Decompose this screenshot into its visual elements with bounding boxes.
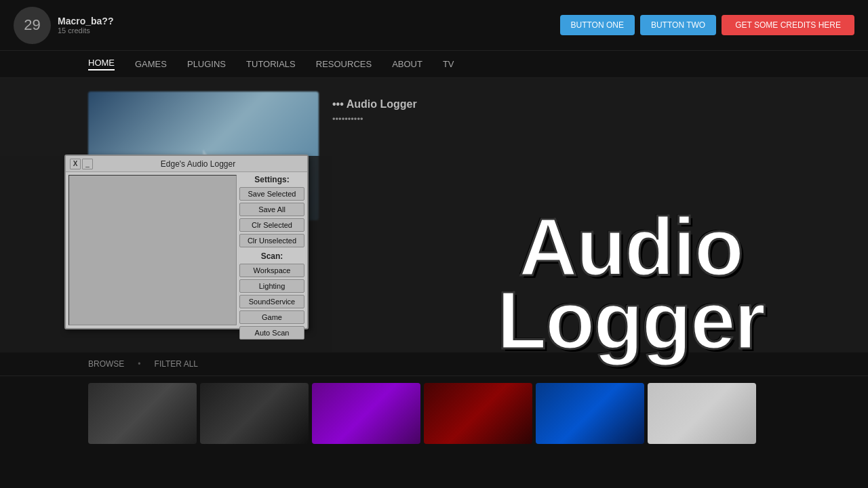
- thumbnails-row: [0, 376, 868, 451]
- dialog-list-area: [68, 175, 237, 325]
- dialog-title: Edge's Audio Logger: [93, 159, 303, 169]
- user-sub: 15 credits: [58, 26, 113, 35]
- thumbnail-1[interactable]: [88, 383, 197, 444]
- nav-item-plugins[interactable]: PLUGINS: [187, 59, 226, 69]
- nav-item-tv[interactable]: TV: [443, 59, 454, 69]
- top-nav-bar: 29 Macro_ba?? 15 credits BUTTON ONE BUTT…: [0, 0, 868, 51]
- thumbnail-5[interactable]: [536, 383, 644, 444]
- lighting-button[interactable]: Lighting: [239, 279, 304, 293]
- dialog-body: Settings: Save Selected Save All Clr Sel…: [66, 172, 307, 328]
- dialog-close-button[interactable]: X: [70, 159, 81, 169]
- dialog-minimize-button[interactable]: _: [82, 159, 93, 169]
- logo-area: 29 Macro_ba?? 15 credits: [14, 7, 113, 44]
- workspace-button[interactable]: Workspace: [239, 264, 304, 277]
- dialog-sidebar: Settings: Save Selected Save All Clr Sel…: [239, 172, 307, 328]
- thumbnail-4[interactable]: [424, 383, 532, 444]
- save-selected-button[interactable]: Save Selected: [239, 187, 304, 201]
- scan-label: Scan:: [239, 251, 304, 261]
- auto-scan-button[interactable]: Auto Scan: [239, 326, 304, 340]
- content-info: ••• Audio Logger ••••••••••: [332, 92, 417, 220]
- nav-item-games[interactable]: GAMES: [135, 59, 167, 69]
- bottom-nav: BROWSE • FILTER ALL: [0, 352, 868, 376]
- header-btn-2[interactable]: BUTTON TWO: [640, 15, 716, 35]
- nav-item-home[interactable]: HOME: [88, 58, 115, 70]
- header-buttons: BUTTON ONE BUTTON TWO GET SOME CREDITS H…: [560, 15, 855, 35]
- logo-avatar: 29: [14, 7, 51, 44]
- content-subtitle: ••••••••••: [332, 114, 417, 124]
- nav-item-resources[interactable]: RESOURCES: [316, 59, 372, 69]
- user-name: Macro_ba??: [58, 16, 113, 26]
- bottom-area: BROWSE • FILTER ALL: [0, 352, 868, 488]
- thumbnail-6[interactable]: [648, 383, 756, 444]
- settings-label: Settings:: [239, 175, 304, 184]
- browse-label: BROWSE: [88, 359, 124, 369]
- clr-unselected-button[interactable]: Clr Unselected: [239, 234, 304, 247]
- clr-selected-button[interactable]: Clr Selected: [239, 218, 304, 232]
- sound-service-button[interactable]: SoundService: [239, 295, 304, 308]
- filter-label: FILTER ALL: [155, 359, 198, 369]
- secondary-nav: HOME GAMES PLUGINS TUTORIALS RESOURCES A…: [0, 51, 868, 78]
- dialog-titlebar: X _ Edge's Audio Logger: [66, 156, 307, 172]
- logo-icon: 29: [24, 16, 40, 34]
- thumbnail-2[interactable]: [200, 383, 309, 444]
- header-btn-1[interactable]: BUTTON ONE: [560, 15, 635, 35]
- nav-item-about[interactable]: ABOUT: [392, 59, 422, 69]
- dialog-window: X _ Edge's Audio Logger Settings: Save S…: [64, 155, 309, 329]
- game-button[interactable]: Game: [239, 310, 304, 324]
- save-all-button[interactable]: Save All: [239, 203, 304, 216]
- thumbnail-3[interactable]: [312, 383, 420, 444]
- content-title: ••• Audio Logger: [332, 98, 417, 110]
- header-btn-3[interactable]: GET SOME CREDITS HERE: [722, 15, 854, 35]
- nav-item-tutorials[interactable]: TUTORIALS: [246, 59, 296, 69]
- logo-text-block: Macro_ba?? 15 credits: [58, 16, 113, 35]
